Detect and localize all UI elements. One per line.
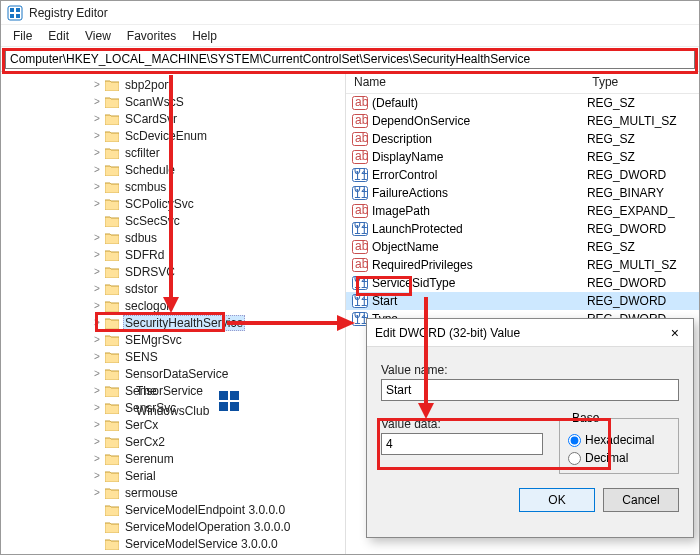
expand-icon[interactable]: > — [91, 113, 103, 124]
value-name: ServiceSidType — [372, 276, 587, 290]
tree-item[interactable]: ServiceModelService 3.0.0.0 — [91, 535, 345, 552]
value-type: REG_MULTI_SZ — [587, 258, 699, 272]
expand-icon[interactable]: > — [91, 487, 103, 498]
menu-view[interactable]: View — [77, 27, 119, 45]
value-type: REG_SZ — [587, 132, 699, 146]
expand-icon[interactable]: > — [91, 164, 103, 175]
expand-icon[interactable]: > — [91, 368, 103, 379]
list-row[interactable]: LaunchProtectedREG_DWORD — [346, 220, 699, 238]
tree-pane[interactable]: >sbp2port>ScanWscS>SCardSvr>ScDeviceEnum… — [1, 72, 346, 554]
value-data-label: Value data: — [381, 417, 543, 431]
col-header-type[interactable]: Type — [584, 72, 699, 93]
tree-item[interactable]: >SDRSVC — [91, 263, 345, 280]
menu-file[interactable]: File — [5, 27, 40, 45]
expand-icon[interactable]: > — [91, 266, 103, 277]
tree-item[interactable]: ServiceModelEndpoint 3.0.0.0 — [91, 501, 345, 518]
expand-icon[interactable]: > — [91, 402, 103, 413]
list-row[interactable]: DisplayNameREG_SZ — [346, 148, 699, 166]
tree-item[interactable]: >seclogon — [91, 297, 345, 314]
expand-icon[interactable]: > — [91, 419, 103, 430]
tree-item[interactable]: >SDFRd — [91, 246, 345, 263]
tree-item[interactable]: >Serenum — [91, 450, 345, 467]
tree-item[interactable]: ServiceModelOperation 3.0.0.0 — [91, 518, 345, 535]
tree-item[interactable]: >Schedule — [91, 161, 345, 178]
expand-icon[interactable]: > — [91, 453, 103, 464]
menu-edit[interactable]: Edit — [40, 27, 77, 45]
radio-dec-row[interactable]: Decimal — [568, 451, 670, 465]
expand-icon[interactable]: > — [91, 351, 103, 362]
tree-item-label: SerCx2 — [123, 435, 167, 449]
list-row[interactable]: DescriptionREG_SZ — [346, 130, 699, 148]
list-row[interactable]: ObjectNameREG_SZ — [346, 238, 699, 256]
dialog-close-button[interactable]: × — [665, 325, 685, 341]
tree-item[interactable]: >sdbus — [91, 229, 345, 246]
expand-icon[interactable]: > — [91, 317, 103, 328]
expand-icon[interactable]: > — [91, 198, 103, 209]
tree-item[interactable]: >SCPolicySvc — [91, 195, 345, 212]
expand-icon[interactable]: > — [91, 283, 103, 294]
expand-icon[interactable]: > — [91, 385, 103, 396]
value-name: ImagePath — [372, 204, 587, 218]
tree-item[interactable]: >sdstor — [91, 280, 345, 297]
list-row[interactable]: RequiredPrivilegesREG_MULTI_SZ — [346, 256, 699, 274]
list-row[interactable]: (Default)REG_SZ — [346, 94, 699, 112]
expand-icon[interactable]: > — [91, 96, 103, 107]
address-input[interactable] — [5, 49, 695, 69]
expand-icon[interactable]: > — [91, 147, 103, 158]
expand-icon[interactable]: > — [91, 130, 103, 141]
tree-item-label: ScDeviceEnum — [123, 129, 209, 143]
value-type: REG_DWORD — [587, 168, 699, 182]
value-type: REG_EXPAND_ — [587, 204, 699, 218]
tree-item[interactable]: >SEMgrSvc — [91, 331, 345, 348]
app-icon — [7, 5, 23, 21]
list-row[interactable]: FailureActionsREG_BINARY — [346, 184, 699, 202]
tree-item[interactable]: >SCardSvr — [91, 110, 345, 127]
menu-favorites[interactable]: Favorites — [119, 27, 184, 45]
binary-value-icon — [352, 294, 368, 308]
folder-icon — [105, 283, 119, 295]
tree-item[interactable]: >sermouse — [91, 484, 345, 501]
list-row[interactable]: DependOnServiceREG_MULTI_SZ — [346, 112, 699, 130]
tree-item[interactable]: >scfilter — [91, 144, 345, 161]
folder-icon — [105, 436, 119, 448]
expand-icon[interactable]: > — [91, 300, 103, 311]
list-row[interactable]: ImagePathREG_EXPAND_ — [346, 202, 699, 220]
list-row[interactable]: ErrorControlREG_DWORD — [346, 166, 699, 184]
tree-item[interactable]: >ScDeviceEnum — [91, 127, 345, 144]
radio-hex[interactable] — [568, 434, 581, 447]
tree-item[interactable]: >scmbus — [91, 178, 345, 195]
ok-button[interactable]: OK — [519, 488, 595, 512]
list-row[interactable]: ServiceSidTypeREG_DWORD — [346, 274, 699, 292]
tree-item[interactable]: >SENS — [91, 348, 345, 365]
menu-help[interactable]: Help — [184, 27, 225, 45]
value-name-input[interactable] — [381, 379, 679, 401]
value-data-input[interactable] — [381, 433, 543, 455]
tree-item[interactable]: ScSecSvc — [91, 212, 345, 229]
folder-icon — [105, 419, 119, 431]
expand-icon[interactable]: > — [91, 436, 103, 447]
expand-icon[interactable]: > — [91, 79, 103, 90]
expand-icon[interactable]: > — [91, 232, 103, 243]
menubar: File Edit View Favorites Help — [1, 25, 699, 47]
tree-item-label: Serenum — [123, 452, 176, 466]
expand-icon[interactable]: > — [91, 181, 103, 192]
folder-icon — [105, 266, 119, 278]
list-row[interactable]: StartREG_DWORD — [346, 292, 699, 310]
expand-icon[interactable]: > — [91, 334, 103, 345]
tree-item[interactable]: >ScanWscS — [91, 93, 345, 110]
radio-hex-row[interactable]: Hexadecimal — [568, 433, 670, 447]
string-value-icon — [352, 150, 368, 164]
tree-item[interactable]: >SerCx2 — [91, 433, 345, 450]
radio-dec[interactable] — [568, 452, 581, 465]
expand-icon[interactable]: > — [91, 470, 103, 481]
tree-item[interactable]: >SecurityHealthService — [91, 314, 345, 331]
tree-item[interactable]: >sbp2port — [91, 76, 345, 93]
radio-dec-label: Decimal — [585, 451, 628, 465]
tree-item[interactable]: >SensorDataService — [91, 365, 345, 382]
expand-icon[interactable]: > — [91, 249, 103, 260]
cancel-button[interactable]: Cancel — [603, 488, 679, 512]
tree-item[interactable]: >Serial — [91, 467, 345, 484]
tree-item-label: scfilter — [123, 146, 162, 160]
string-value-icon — [352, 132, 368, 146]
col-header-name[interactable]: Name — [346, 72, 584, 93]
